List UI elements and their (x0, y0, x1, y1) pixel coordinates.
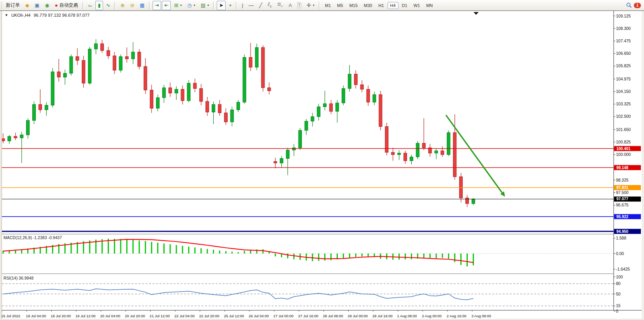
terminal-button[interactable]: ▣ (32, 1, 42, 10)
price-line-badge-label: 97.077 (616, 197, 628, 201)
macd-histogram-bar (114, 239, 115, 254)
line-chart-button[interactable]: ∿ (104, 1, 113, 10)
candle-body (45, 105, 48, 110)
candle-body (286, 150, 289, 159)
candle-body (298, 130, 302, 148)
zoom-in-button[interactable]: ⊕ (118, 1, 127, 10)
timeframe-group: M1M5M15M30H1H4D1W1MN (322, 0, 436, 10)
time-axis-label: 22 Jul 04:00 (174, 314, 195, 318)
time-axis-label: 22 Jul 20:00 (199, 314, 219, 318)
macd-histogram-bar (163, 243, 165, 254)
candlestick-button[interactable]: ▮ (95, 1, 103, 10)
search-icon[interactable] (626, 2, 632, 8)
candle-body (249, 58, 252, 67)
templates-button[interactable]: ▨▾ (198, 1, 211, 10)
candle-body (156, 98, 160, 108)
zoom-out-icon: ⊖ (130, 3, 134, 8)
price-axis-label: 106.650 (616, 51, 631, 56)
price-axis-label: 103.325 (616, 101, 631, 106)
candle-body (441, 151, 444, 155)
indicators-button[interactable]: ⊞▾ (172, 1, 184, 10)
timeframe-w1[interactable]: W1 (411, 2, 423, 9)
candle-body (237, 102, 240, 110)
fibonacci-icon: ≣F (277, 2, 283, 9)
window-left-edge (0, 11, 2, 320)
cursor-group: ➤ + (216, 0, 235, 10)
scroll-group: ⇥ ⇤ (152, 0, 172, 10)
zoom-in-icon: ⊕ (120, 3, 125, 8)
text-label-button[interactable]: T (295, 1, 304, 10)
macd-histogram-bar (151, 242, 152, 254)
trendline-button[interactable]: ╱ (257, 1, 265, 10)
autotrade-button[interactable]: ● 自动交易 (53, 1, 81, 10)
time-axis-label: 2 Aug 16:00 (447, 314, 467, 318)
periods-button[interactable]: ◷▾ (185, 1, 197, 10)
chart-title[interactable]: ▼ UKOil-,H4 96.779 97.132 96.678 97.077 (5, 13, 89, 17)
candle-body (113, 56, 116, 70)
separator (149, 2, 151, 9)
candle-body (70, 57, 73, 73)
candle-body (311, 117, 314, 121)
autotrade-icon: ● (55, 3, 58, 8)
time-axis-label: 21 Jul 12:00 (150, 314, 170, 318)
rsi-axis-label: 50 (616, 292, 621, 296)
candle-body (398, 153, 401, 155)
new-order-button[interactable]: 新订单 (4, 1, 22, 10)
charts-button[interactable]: ◆ (23, 1, 32, 10)
price-line-badge-label: 94.950 (616, 229, 628, 234)
candle-body (206, 101, 209, 112)
time-axis-label: 26 Jul 04:00 (249, 314, 269, 318)
timeframe-m1[interactable]: M1 (322, 2, 333, 9)
macd-histogram-bar (132, 240, 133, 254)
auto-scroll-button[interactable]: ⇥ (153, 1, 161, 10)
macd-histogram-bar (120, 239, 121, 254)
time-axis-label: 28 Jul 08:00 (323, 314, 343, 318)
chart-shift-marker[interactable] (474, 12, 479, 15)
macd-axis-label: -1.6425 (616, 267, 630, 271)
timeframe-m15[interactable]: M15 (347, 2, 360, 9)
macd-histogram-bar (467, 254, 468, 266)
candle-body (218, 105, 221, 113)
signals-button[interactable]: ◉ (42, 1, 51, 10)
timeframe-mn[interactable]: MN (423, 2, 435, 9)
price-axis-label: 97.500 (616, 190, 628, 195)
timeframe-m30[interactable]: M30 (361, 2, 375, 9)
bar-chart-button[interactable]: ⌙ (86, 1, 95, 10)
price-chart-canvas[interactable]: 109.125108.300107.475106.650105.825104.9… (0, 11, 644, 320)
terminal-icon: ▣ (35, 3, 39, 8)
candle-body (26, 121, 30, 135)
price-axis-label: 107.475 (616, 38, 631, 43)
arrows-button[interactable]: ✢▾ (304, 1, 317, 10)
horizontal-line-button[interactable]: — (246, 1, 256, 10)
arrows-icon: ✢ (307, 3, 311, 8)
timeframe-m5[interactable]: M5 (334, 2, 346, 9)
candle-body (354, 74, 357, 85)
rsi-axis-label: 100 (616, 275, 623, 279)
macd-histogram-bar (436, 254, 437, 258)
objects-group: | — ╱ ⫽E ≣F A T ✢▾ (239, 0, 317, 10)
channel-button[interactable]: ⫽E (265, 1, 274, 10)
macd-histogram-bar (355, 254, 356, 257)
timeframe-h4[interactable]: H4 (388, 2, 398, 9)
candle-body (107, 51, 110, 56)
crosshair-button[interactable]: + (226, 1, 234, 10)
timeframe-h1[interactable]: H1 (376, 2, 386, 9)
time-axis-label: 18 Jul 04:00 (26, 314, 46, 318)
tile-windows-button[interactable]: ▦ (137, 1, 147, 10)
candle-body (20, 135, 23, 138)
candle-body (162, 88, 165, 98)
zoom-out-button[interactable]: ⊖ (128, 1, 137, 10)
vertical-line-button[interactable]: | (239, 1, 245, 10)
notification-badge[interactable]: 1 (634, 3, 641, 8)
trade-group: 新订单 ◆ ▣ ◉ ● 自动交易 (3, 0, 81, 10)
cursor-button[interactable]: ➤ (217, 1, 226, 10)
macd-histogram-bar (330, 254, 332, 260)
candle-body (8, 136, 11, 141)
candle-body (119, 57, 122, 70)
macd-histogram-bar (232, 252, 233, 254)
fibonacci-button[interactable]: ≣F (275, 1, 285, 10)
text-button[interactable]: A (286, 1, 294, 10)
chart-shift-button[interactable]: ⇤ (162, 1, 171, 10)
timeframe-d1[interactable]: D1 (399, 2, 410, 9)
chart-symbol-period: UKOil-,H4 (11, 13, 31, 17)
